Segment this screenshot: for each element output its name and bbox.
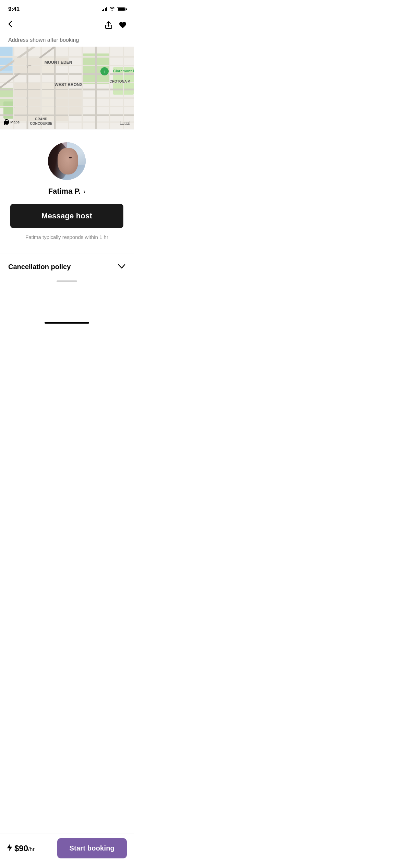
- address-label: Address shown after booking: [0, 35, 134, 47]
- svg-rect-46: [42, 99, 54, 106]
- cancellation-policy-title: Cancellation policy: [8, 263, 71, 271]
- map-legal-link[interactable]: Legal: [120, 121, 130, 125]
- map-apple-label: Maps: [4, 119, 20, 125]
- status-icons: [102, 7, 126, 12]
- svg-rect-28: [14, 58, 27, 65]
- svg-text:CROTONA P.: CROTONA P.: [110, 80, 131, 83]
- svg-rect-31: [28, 66, 40, 73]
- svg-text:CONCOURSE: CONCOURSE: [30, 122, 52, 125]
- svg-rect-53: [69, 107, 82, 114]
- svg-text:MOUNT EDEN: MOUNT EDEN: [45, 60, 72, 65]
- svg-rect-51: [42, 107, 54, 114]
- battery-icon: [117, 7, 125, 11]
- svg-rect-49: [14, 107, 27, 114]
- signal-icon: [102, 7, 108, 11]
- map-view[interactable]: MOUNT EDEN WEST BRONX CROTONA P. GRAND C…: [0, 47, 134, 129]
- svg-rect-40: [28, 90, 40, 97]
- host-name: Fatima P.: [48, 187, 81, 196]
- svg-text:↑: ↑: [104, 69, 106, 74]
- scroll-handle-area: [0, 278, 134, 284]
- svg-rect-41: [42, 90, 54, 97]
- maps-label: Maps: [10, 120, 20, 124]
- cancellation-policy-section[interactable]: Cancellation policy: [0, 253, 134, 278]
- share-button[interactable]: [105, 21, 112, 29]
- host-profile-link[interactable]: Fatima P. ›: [48, 187, 86, 196]
- cancellation-chevron-icon: [118, 263, 125, 270]
- host-avatar: [48, 142, 86, 180]
- host-chevron-icon: ›: [83, 188, 85, 195]
- scroll-handle: [57, 280, 77, 282]
- svg-rect-44: [14, 99, 27, 106]
- svg-rect-30: [28, 58, 40, 65]
- svg-text:Claremont Park: Claremont Park: [113, 69, 134, 73]
- svg-rect-57: [56, 116, 68, 121]
- status-time: 9:41: [8, 6, 20, 13]
- svg-rect-35: [14, 83, 27, 89]
- svg-rect-45: [28, 99, 40, 106]
- host-section: Fatima P. › Message host Fatima typicall…: [0, 130, 134, 250]
- home-indicator-area: [0, 318, 134, 328]
- svg-rect-36: [28, 83, 40, 89]
- svg-rect-29: [14, 66, 27, 73]
- svg-rect-50: [28, 107, 40, 114]
- svg-rect-37: [42, 83, 54, 89]
- svg-rect-39: [14, 90, 27, 97]
- svg-rect-33: [42, 66, 54, 73]
- message-host-button[interactable]: Message host: [10, 204, 123, 228]
- nav-actions: [105, 21, 127, 29]
- svg-rect-52: [56, 107, 68, 114]
- svg-text:GRAND: GRAND: [35, 117, 48, 121]
- home-indicator: [45, 322, 89, 324]
- svg-text:WEST BRONX: WEST BRONX: [54, 82, 82, 87]
- back-button[interactable]: [7, 19, 14, 31]
- favorite-button[interactable]: [119, 21, 127, 29]
- svg-rect-43: [69, 90, 82, 97]
- wifi-icon: [109, 7, 115, 12]
- svg-rect-42: [56, 90, 68, 97]
- host-response-time: Fatima typically responds within 1 hr: [25, 234, 108, 240]
- svg-rect-47: [56, 99, 68, 106]
- nav-bar: [0, 16, 134, 35]
- svg-rect-48: [69, 99, 82, 106]
- status-bar: 9:41: [0, 0, 134, 16]
